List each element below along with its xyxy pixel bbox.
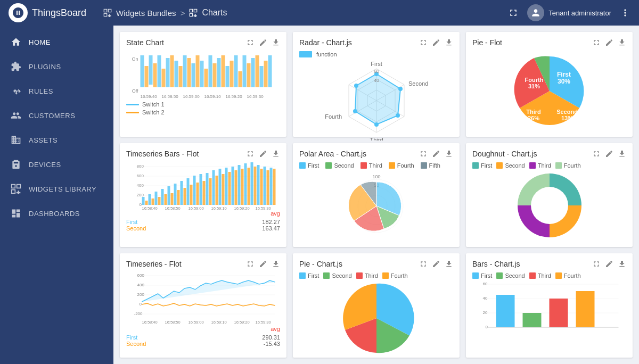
sidebar-item-plugins-label: PLUGINS <box>29 63 61 71</box>
svg-text:26%: 26% <box>527 115 539 121</box>
ts-bars-svg: 800 600 400 200 0 <box>126 162 280 210</box>
polar-download-btn[interactable] <box>445 150 453 158</box>
pie-cjs-fullscreen-btn[interactable] <box>419 260 428 268</box>
widget-state-chart-body: On Off <box>126 51 280 130</box>
sidebar-item-dashboards[interactable]: DASHBOARDS <box>0 201 113 226</box>
legend-switch1-label: Switch 1 <box>142 101 165 107</box>
ts-bars-fullscreen-btn[interactable] <box>246 150 255 158</box>
svg-rect-26 <box>243 55 247 87</box>
polar-edit-btn[interactable] <box>432 150 440 158</box>
svg-text:16:59:10: 16:59:10 <box>204 94 222 99</box>
state-chart-download-btn[interactable] <box>272 38 280 47</box>
polar-legend: First Second Third Fourth <box>299 162 453 169</box>
svg-text:600: 600 <box>137 273 145 278</box>
svg-rect-160 <box>576 291 595 327</box>
sidebar-item-home[interactable]: HOME <box>0 30 113 54</box>
widget-ts-bars-actions <box>246 150 280 158</box>
ts-flot-legend: First 290.31 Second -15.43 <box>126 334 280 347</box>
ts-flot-download-btn[interactable] <box>272 260 280 268</box>
pie-cjs-svg <box>334 281 419 355</box>
logo-icon <box>9 3 28 22</box>
polar-legend-fourth: Fourth <box>389 162 414 169</box>
ts-flot-svg: 600 400 200 0 -200 16:58:40 <box>126 272 280 326</box>
widget-pie-cjs: Pie - Chart.js First Second <box>293 253 460 358</box>
ts-flot-stat-first: First 290.31 <box>126 334 280 341</box>
svg-rect-17 <box>204 69 208 87</box>
user-menu[interactable]: Tenant administrator <box>527 4 611 21</box>
widget-ts-bars-title: Timeseries Bars - Flot <box>126 150 199 158</box>
ts-bars-first-label: First <box>126 219 137 225</box>
svg-rect-2 <box>141 55 144 87</box>
svg-rect-18 <box>209 55 212 87</box>
svg-rect-94 <box>190 185 193 205</box>
svg-text:200: 200 <box>137 193 144 197</box>
polar-svg: 100 50 <box>337 174 416 238</box>
pie-flot-chart-area: First 30% Fourth 31% Third 26% Second 13… <box>472 51 626 134</box>
svg-rect-14 <box>192 63 195 87</box>
doughnut-fullscreen-btn[interactable] <box>592 150 601 158</box>
polar-fourth-label: Fourth <box>397 162 414 169</box>
svg-text:16:58:50: 16:58:50 <box>162 94 179 99</box>
sidebar-item-plugins[interactable]: PLUGINS <box>0 54 113 79</box>
bars-cjs-download-btn[interactable] <box>618 260 626 268</box>
bars-cjs-legend: First Second Third Fourth <box>472 272 626 279</box>
ts-flot-edit-btn[interactable] <box>259 260 267 268</box>
ts-flot-second-label: Second <box>126 341 146 347</box>
svg-rect-25 <box>239 71 242 87</box>
ts-bars-download-btn[interactable] <box>272 150 280 158</box>
svg-text:16:59:10: 16:59:10 <box>211 206 227 210</box>
ts-bars-edit-btn[interactable] <box>259 150 267 158</box>
sidebar-item-rules[interactable]: RULES <box>0 79 113 103</box>
radar-edit-btn[interactable] <box>432 38 440 47</box>
widget-bars-cjs-body: First Second Third Fourth <box>472 272 626 352</box>
breadcrumb-sep: > <box>181 9 185 18</box>
svg-rect-116 <box>260 169 263 205</box>
state-chart-fullscreen-btn[interactable] <box>246 38 255 47</box>
svg-rect-80 <box>145 201 148 205</box>
ts-bars-legend: First 182.27 Second 163.47 <box>126 219 280 231</box>
widget-ts-flot-actions <box>246 260 280 268</box>
radar-fullscreen-btn[interactable] <box>419 38 428 47</box>
svg-rect-92 <box>184 188 186 205</box>
logo[interactable]: ThingsBoard <box>9 3 86 22</box>
widget-ts-bars-header: Timeseries Bars - Flot <box>126 150 280 158</box>
polar-fullscreen-btn[interactable] <box>419 150 428 158</box>
polar-first-color <box>299 162 306 169</box>
svg-rect-103 <box>219 169 222 205</box>
polar-second-label: Second <box>334 162 354 169</box>
bars-cjs-legend-second: Second <box>496 272 525 279</box>
svg-text:60: 60 <box>373 69 379 74</box>
bars-cjs-legend-fourth: Fourth <box>555 272 581 279</box>
sidebar-item-widgets[interactable]: WIDGETS LIBRARY <box>0 177 113 201</box>
pie-flot-download-btn[interactable] <box>618 38 626 47</box>
bars-cjs-fullscreen-btn[interactable] <box>592 260 601 268</box>
state-chart-legend: Switch 1 Switch 2 <box>126 101 280 115</box>
svg-text:16:59:00: 16:59:00 <box>183 94 200 99</box>
more-menu-button[interactable] <box>620 7 630 18</box>
bars-cjs-edit-btn[interactable] <box>605 260 613 268</box>
breadcrumb-parent[interactable]: Widgets Bundles <box>116 9 176 18</box>
bars-cjs-first-label: First <box>481 272 492 279</box>
widget-pie-flot-header: Pie - Flot <box>472 38 626 47</box>
widget-ts-bars-body: 800 600 400 200 0 <box>126 162 280 241</box>
doughnut-download-btn[interactable] <box>618 150 626 158</box>
doughnut-edit-btn[interactable] <box>605 150 613 158</box>
pie-flot-fullscreen-btn[interactable] <box>592 38 601 47</box>
pie-cjs-download-btn[interactable] <box>445 260 453 268</box>
svg-rect-95 <box>193 176 196 205</box>
svg-point-54 <box>354 84 358 88</box>
ts-flot-avg: avg <box>126 326 280 332</box>
ts-flot-fullscreen-btn[interactable] <box>246 260 255 268</box>
ts-flot-second-value: -15.43 <box>264 341 280 347</box>
sidebar-item-assets[interactable]: ASSETS <box>0 128 113 152</box>
sidebar-item-customers[interactable]: CUSTOMERS <box>0 103 113 128</box>
svg-rect-159 <box>550 299 568 327</box>
state-chart-edit-btn[interactable] <box>259 38 267 47</box>
pie-cjs-edit-btn[interactable] <box>432 260 440 268</box>
svg-rect-23 <box>230 61 234 87</box>
sidebar-item-devices-label: DEVICES <box>29 161 61 169</box>
sidebar-item-devices[interactable]: DEVICES <box>0 152 113 177</box>
pie-flot-edit-btn[interactable] <box>605 38 613 47</box>
radar-download-btn[interactable] <box>445 38 453 47</box>
fullscreen-button[interactable] <box>508 7 519 18</box>
